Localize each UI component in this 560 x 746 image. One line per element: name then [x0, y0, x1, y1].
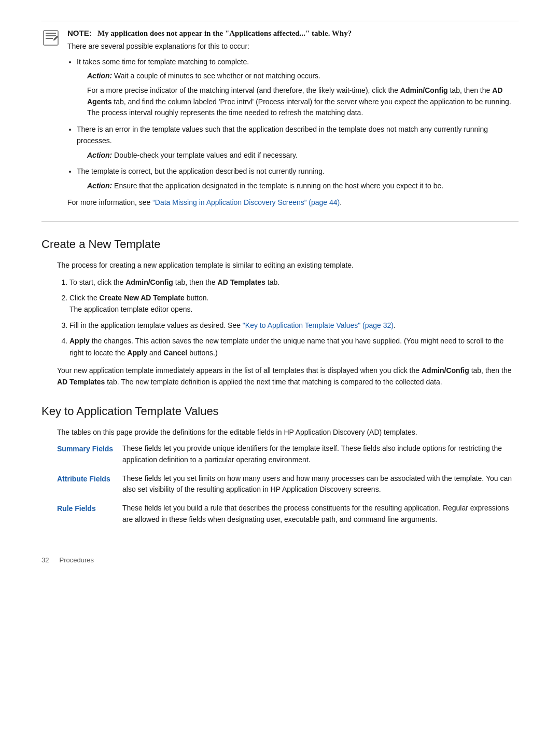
section2-intro: The tables on this page provide the defi… [57, 426, 519, 438]
note-box: NOTE: My application does not appear in … [41, 21, 519, 222]
note-footer: For more information, see “Data Missing … [67, 197, 519, 209]
step-3: Fill in the application template values … [69, 320, 519, 331]
section1-heading: Create a New Template [41, 238, 519, 251]
attribute-fields-desc: These fields let you set limits on how m… [122, 473, 519, 495]
page-footer: 32 Procedures [41, 556, 519, 564]
step-2: Click the Create New AD Template button.… [69, 292, 519, 315]
svg-rect-1 [46, 33, 56, 34]
bullet-3-action-label: Action: [87, 182, 112, 190]
bullet-2-action-text: Double-check your template values and ed… [114, 151, 298, 159]
rule-fields-label: Rule Fields [57, 503, 114, 514]
note-intro: There are several possible explanations … [67, 41, 519, 52]
note-bullet-2: There is an error in the template values… [77, 124, 519, 161]
summary-fields-desc: These fields let you provide unique iden… [122, 443, 519, 465]
section2-heading: Key to Application Template Values [41, 405, 519, 418]
note-body: There are several possible explanations … [67, 41, 519, 208]
rule-fields-desc: These fields let you build a rule that d… [122, 503, 519, 525]
section1-body: The process for creating a new applicati… [41, 259, 519, 388]
bullet-3-action: Action: Ensure that the application desi… [87, 181, 519, 192]
section-key-values: Key to Application Template Values The t… [41, 405, 519, 526]
step-3-link[interactable]: "Key to Application Template Values" (pa… [243, 321, 394, 329]
step-4: Apply the changes. This action saves the… [69, 335, 519, 358]
svg-rect-3 [46, 38, 53, 39]
bullet-2-main: There is an error in the template values… [77, 125, 488, 145]
note-footer-link[interactable]: “Data Missing in Application Discovery S… [152, 198, 340, 206]
note-footer-text: For more information, see [67, 198, 152, 206]
note-bullet-1: It takes some time for template matching… [77, 57, 519, 119]
note-bullets: It takes some time for template matching… [77, 57, 519, 192]
section1-steps: To start, click the Admin/Config tab, th… [57, 277, 519, 358]
note-bullet-3: The template is correct, but the applica… [77, 166, 519, 191]
bullet-1-action-text: Wait a couple of minutes to see whether … [114, 72, 320, 80]
section2-body: The tables on this page provide the defi… [41, 426, 519, 526]
bullet-1-detail: For a more precise indicator of the matc… [87, 85, 519, 119]
footer-label: Procedures [59, 556, 93, 564]
bullet-2-action-label: Action: [87, 151, 112, 159]
note-content: NOTE: My application does not appear in … [67, 29, 519, 212]
term-block-rule: Rule Fields These fields let you build a… [57, 503, 519, 525]
section-create-template: Create a New Template The process for cr… [41, 238, 519, 388]
note-icon [41, 29, 60, 47]
attribute-fields-label: Attribute Fields [57, 473, 114, 485]
note-label: NOTE: [67, 29, 92, 37]
note-title: NOTE: My application does not appear in … [67, 29, 519, 38]
note-footer-end: . [340, 198, 342, 206]
term-block-summary: Summary Fields These fields let you prov… [57, 443, 519, 465]
bullet-2-action: Action: Double-check your template value… [87, 150, 519, 161]
step-2-note: The application template editor opens. [69, 303, 519, 315]
bullet-1-action: Action: Wait a couple of minutes to see … [87, 71, 519, 82]
bullet-1-action-label: Action: [87, 72, 112, 80]
section1-outro: Your new application template immediatel… [57, 365, 519, 388]
step-1: To start, click the Admin/Config tab, th… [69, 277, 519, 288]
bullet-3-action-text: Ensure that the application designated i… [114, 182, 443, 190]
section1-intro: The process for creating a new applicati… [57, 259, 519, 271]
note-title-text: My application does not appear in the "A… [97, 29, 352, 37]
bullet-3-main: The template is correct, but the applica… [77, 167, 325, 175]
svg-rect-2 [46, 35, 56, 36]
page-number: 32 [41, 556, 49, 564]
summary-fields-label: Summary Fields [57, 443, 114, 454]
term-block-attribute: Attribute Fields These fields let you se… [57, 473, 519, 495]
bullet-1-main: It takes some time for template matching… [77, 58, 249, 66]
